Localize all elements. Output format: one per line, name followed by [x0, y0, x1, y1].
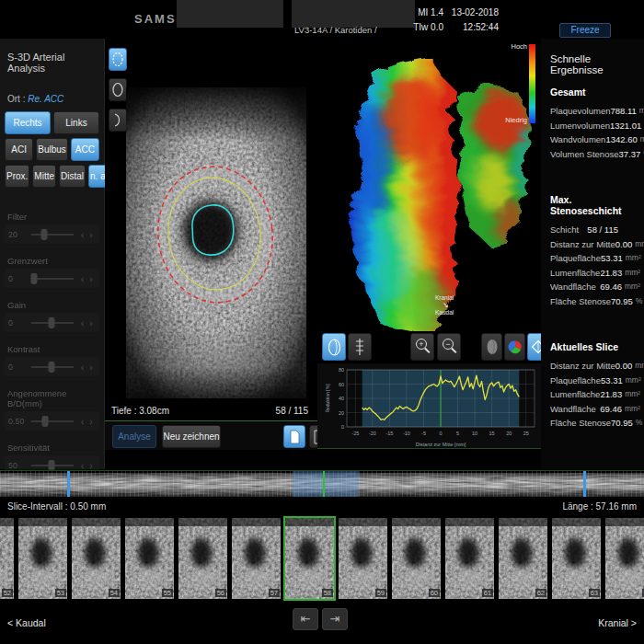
- sidebar-button-prox[interactable]: Prox.: [5, 165, 29, 188]
- result-row: Distanz zur Mitte0.00mm: [550, 237, 640, 252]
- slider-decrement[interactable]: ‹: [78, 317, 87, 328]
- contour-draw-icon: [111, 52, 124, 67]
- thumbnail-number: 52: [2, 589, 13, 597]
- result-row: Wandfläche69.46mm²: [550, 402, 640, 417]
- slider-handle[interactable]: [48, 362, 54, 373]
- result-row: Wandfläche69.46mm²: [550, 280, 640, 294]
- slice-thumbnail-54[interactable]: 54: [72, 518, 121, 599]
- slider-decrement[interactable]: ‹: [78, 229, 87, 240]
- slice-thumbnail-59[interactable]: 59: [339, 518, 387, 599]
- sidebar-button-bulbus[interactable]: Bulbus: [36, 138, 68, 161]
- slider-track[interactable]: [31, 465, 74, 466]
- plaque-3d-rendering[interactable]: [317, 39, 541, 331]
- result-value: 21.83: [600, 387, 622, 402]
- slider-increment[interactable]: ›: [86, 273, 96, 284]
- result-value: 53.31: [601, 374, 623, 388]
- curve-tool-button[interactable]: [109, 109, 127, 132]
- redraw-button[interactable]: Neu zeichnen: [162, 425, 221, 448]
- draw-contour-tool-button[interactable]: [109, 48, 127, 71]
- sidebar-button-rechts[interactable]: Rechts: [5, 111, 51, 134]
- sidebar-button-mitte[interactable]: Mitte: [32, 165, 56, 188]
- slider-increment[interactable]: ›: [86, 229, 96, 240]
- zoom-out-button[interactable]: −: [437, 333, 461, 361]
- slice-thumbnail-57[interactable]: 57: [232, 518, 281, 599]
- previous-slice-button[interactable]: ⇤: [293, 608, 318, 630]
- slice-thumbnail-62[interactable]: 62: [499, 518, 547, 599]
- bmode-ultrasound-image[interactable]: [126, 87, 306, 398]
- slider-handle[interactable]: [48, 460, 54, 471]
- rotate-3d-button[interactable]: [322, 333, 346, 361]
- svg-text:5: 5: [456, 431, 459, 436]
- next-slice-button[interactable]: ⇥: [322, 608, 348, 630]
- slider-handle[interactable]: [48, 317, 54, 328]
- timeline-current-window[interactable]: [293, 471, 359, 497]
- sidebar-button-acc[interactable]: ACC: [71, 138, 99, 161]
- slider-track[interactable]: [31, 278, 74, 280]
- slice-thumbnail-55[interactable]: 55: [125, 518, 174, 599]
- timeline-range-end-marker[interactable]: [583, 471, 586, 497]
- result-row: Fläche Stenose70.95%: [550, 416, 640, 431]
- slider-track[interactable]: [31, 322, 74, 324]
- slice-thumbnail-64[interactable]: 64: [605, 518, 644, 599]
- slider-increment[interactable]: ›: [86, 362, 96, 373]
- result-unit: %: [633, 416, 643, 431]
- slider-track[interactable]: [31, 234, 74, 236]
- timeline-current-slice-marker[interactable]: [323, 471, 325, 497]
- result-unit: mm³: [638, 132, 644, 147]
- slice-thumbnail-52[interactable]: 52: [0, 518, 14, 599]
- slider-decrement[interactable]: ‹: [78, 362, 87, 373]
- single-layout-button[interactable]: [283, 425, 305, 448]
- svg-text:Reduktion [%]: Reduktion [%]: [325, 384, 330, 413]
- orientation-marker: Kranial ↘ Kaudal: [435, 294, 454, 316]
- result-value: 69.46: [596, 402, 622, 417]
- slider-decrement[interactable]: ‹: [78, 460, 87, 471]
- thumbnail-number: 63: [589, 589, 600, 597]
- sidebar-button-links[interactable]: Links: [53, 111, 99, 134]
- sidebar-button-distal[interactable]: Distal: [59, 165, 86, 188]
- slider-increment[interactable]: ›: [86, 460, 96, 471]
- slider-value: 0: [8, 318, 27, 328]
- opacity-slider-button[interactable]: [348, 333, 372, 361]
- result-row: Plaquefläche53.31mm²: [550, 374, 640, 388]
- ellipse-tool-button[interactable]: [109, 78, 127, 101]
- slice-thumbnail-63[interactable]: 63: [552, 518, 601, 599]
- slider-decrement[interactable]: ‹: [78, 416, 87, 427]
- result-unit: [618, 223, 640, 237]
- analyse-button[interactable]: Analyse: [112, 425, 156, 448]
- stenosis-chart-panel: -25-20-15-10-50510152025020406080Distanz…: [317, 363, 541, 449]
- slider-increment[interactable]: ›: [86, 416, 96, 427]
- results-panel: Schnelle Ergebnisse GesamtPlaquevolumen7…: [541, 39, 644, 469]
- sidebar-button-aci[interactable]: ACI: [5, 138, 33, 161]
- orientation-caudal-label: Kaudal: [435, 309, 454, 316]
- slider-handle[interactable]: [42, 416, 49, 427]
- results-sections: GesamtPlaquevolumen788.11mm³Lumenvolumen…: [550, 86, 640, 431]
- slider-increment[interactable]: ›: [86, 317, 96, 328]
- render-mode-button[interactable]: [481, 333, 502, 361]
- slice-timeline[interactable]: [0, 470, 644, 498]
- bmode-panel: Tiefe : 3.08cm 58 / 115 Analyse Neu zeic…: [105, 39, 317, 450]
- color-render-button[interactable]: [504, 333, 525, 361]
- slice-thumbnail-58[interactable]: 58: [285, 518, 334, 599]
- slider-label: Grenzwert: [7, 256, 97, 266]
- freeze-button[interactable]: Freeze: [559, 23, 611, 38]
- slider-handle[interactable]: [40, 229, 47, 240]
- slider-track[interactable]: [31, 366, 74, 368]
- slice-thumbnail-56[interactable]: 56: [178, 518, 227, 599]
- result-value: 58 / 115: [580, 223, 618, 237]
- result-value: 1321.01: [610, 119, 641, 133]
- result-value: 70.95: [611, 294, 633, 309]
- slider-handle[interactable]: [31, 273, 38, 284]
- header-panel-left: [177, 0, 283, 28]
- slider-label: Kontrast: [7, 344, 97, 354]
- result-value: 21.83: [600, 266, 622, 281]
- slice-thumbnail-53[interactable]: 53: [18, 518, 67, 599]
- zoom-in-button[interactable]: +: [410, 333, 434, 361]
- slider-decrement[interactable]: ‹: [78, 273, 87, 284]
- page-filled-icon: [289, 430, 301, 444]
- result-value: 0.00: [615, 237, 633, 252]
- timeline-range-start-marker[interactable]: [67, 471, 70, 497]
- slider-track[interactable]: [31, 420, 74, 422]
- slice-thumbnail-61[interactable]: 61: [445, 518, 494, 599]
- svg-text:0: 0: [439, 431, 442, 436]
- slice-thumbnail-60[interactable]: 60: [392, 518, 441, 599]
